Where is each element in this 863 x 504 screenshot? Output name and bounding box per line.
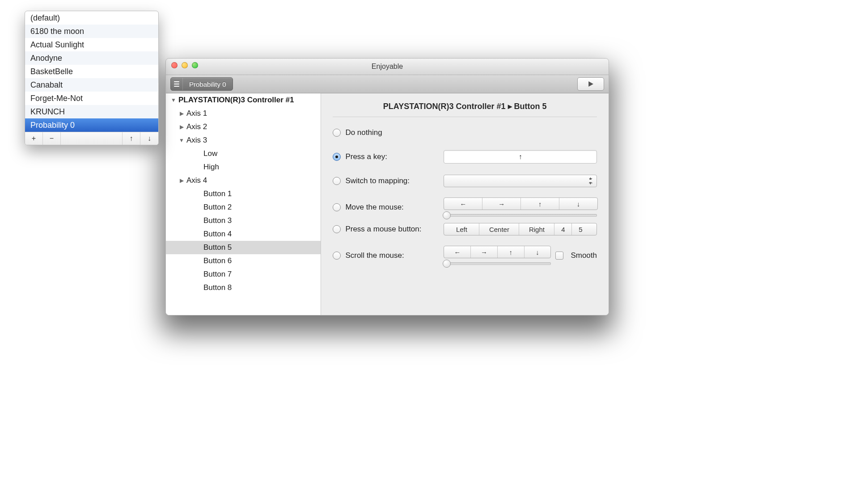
tree-row-label: Button 2 <box>203 203 232 212</box>
key-input[interactable]: ↑ <box>444 150 597 164</box>
segment[interactable]: 5 <box>572 223 589 235</box>
label-move-mouse: Move the mouse: <box>345 203 403 212</box>
mapping-list-item[interactable]: Canabalt <box>25 78 158 92</box>
tree-row[interactable]: Axis 1 <box>166 107 321 120</box>
disclosure-triangle-icon[interactable] <box>178 177 185 184</box>
close-window-button[interactable] <box>171 62 178 68</box>
segment[interactable]: ↓ <box>525 246 551 258</box>
disclosure-triangle-icon[interactable] <box>178 110 185 117</box>
controller-tree[interactable]: PLAYSTATION(R)3 Controller #1 Axis 1Axis… <box>166 93 321 315</box>
mappings-list[interactable]: (default)6180 the moonActual SunlightAno… <box>25 11 158 132</box>
key-input-value: ↑ <box>519 153 522 161</box>
tree-row-label: Button 8 <box>203 283 232 292</box>
label-press-key: Press a key: <box>345 152 387 161</box>
mapping-list-item[interactable]: Probability 0 <box>25 118 158 132</box>
app-window: Enjoyable Probability 0 PLAYSTATION(R)3 … <box>165 58 609 315</box>
mapping-list-item[interactable]: KRUNCH <box>25 105 158 118</box>
breadcrumb: PLAYSTATION(R)3 Controller #1 ▸ Button 5 <box>333 101 597 111</box>
toolbar: Probability 0 <box>166 75 609 93</box>
zoom-window-button[interactable] <box>192 62 198 68</box>
play-icon <box>588 81 593 87</box>
tree-row[interactable]: Button 8 <box>166 281 321 294</box>
play-button[interactable] <box>577 77 604 91</box>
tree-row[interactable]: Button 4 <box>166 227 321 241</box>
mapping-selector-label: Probability 0 <box>183 80 233 88</box>
smooth-checkbox[interactable] <box>555 252 563 260</box>
tree-row[interactable]: Button 2 <box>166 201 321 214</box>
segment[interactable]: Left <box>444 223 479 235</box>
disclosure-triangle-icon[interactable] <box>178 124 185 130</box>
tree-row[interactable]: Button 6 <box>166 254 321 268</box>
tree-row[interactable]: Button 3 <box>166 214 321 227</box>
tree-row-label: Button 6 <box>203 256 232 265</box>
segment[interactable]: ↑ <box>498 246 525 258</box>
tree-row-label: Low <box>203 149 217 158</box>
slider-thumb-icon[interactable] <box>443 211 451 219</box>
scroll-speed-slider[interactable] <box>444 260 551 265</box>
tree-row[interactable]: Button 1 <box>166 187 321 201</box>
mapping-list-item[interactable]: Anodyne <box>25 51 158 65</box>
titlebar: Enjoyable <box>166 59 609 75</box>
segment[interactable]: ← <box>444 246 471 258</box>
radio-move-mouse[interactable] <box>333 203 341 211</box>
tree-row-label: Axis 3 <box>186 136 207 145</box>
add-mapping-button[interactable]: + <box>25 132 43 145</box>
tree-row[interactable]: Low <box>166 147 321 160</box>
label-scroll-mouse: Scroll the mouse: <box>345 251 404 260</box>
tree-row-label: Button 5 <box>203 243 232 252</box>
label-switch-mapping: Switch to mapping: <box>345 176 410 185</box>
mapping-list-item[interactable]: (default) <box>25 11 158 25</box>
mapping-list-item[interactable]: BasketBelle <box>25 65 158 78</box>
mapping-combo[interactable] <box>444 175 597 187</box>
segment[interactable]: → <box>471 246 498 258</box>
tree-row-label: Button 7 <box>203 270 232 279</box>
move-down-button[interactable]: ↓ <box>140 132 158 145</box>
minimize-window-button[interactable] <box>182 62 188 68</box>
segment[interactable]: → <box>482 198 521 210</box>
move-speed-slider[interactable] <box>444 212 597 217</box>
divider <box>333 117 597 117</box>
segment[interactable]: Right <box>519 223 554 235</box>
tree-row[interactable]: Button 5 <box>166 241 321 254</box>
tree-row[interactable]: Axis 4 <box>166 174 321 187</box>
radio-scroll-mouse[interactable] <box>333 252 341 260</box>
radio-press-key[interactable] <box>333 153 341 161</box>
mappings-popover: (default)6180 the moonActual SunlightAno… <box>25 11 159 145</box>
arrow-down-icon: ↓ <box>148 134 151 143</box>
tree-row-label: Axis 2 <box>186 122 207 131</box>
tree-row[interactable]: Axis 2 <box>166 120 321 134</box>
tree-row[interactable]: Button 7 <box>166 268 321 281</box>
disclosure-triangle-icon[interactable] <box>170 97 177 103</box>
disclosure-triangle-icon[interactable] <box>178 137 185 143</box>
stepper-icon <box>588 176 594 185</box>
smooth-label: Smooth <box>571 251 597 260</box>
radio-switch-mapping[interactable] <box>333 177 341 185</box>
mapping-list-item[interactable]: Forget-Me-Not <box>25 92 158 105</box>
segment[interactable]: ↓ <box>559 198 597 210</box>
segment[interactable]: ↑ <box>521 198 559 210</box>
mapping-list-item[interactable]: Actual Sunlight <box>25 38 158 51</box>
tree-row[interactable]: High <box>166 160 321 174</box>
tree-controller-label: PLAYSTATION(R)3 Controller #1 <box>178 96 294 105</box>
move-direction-segmented[interactable]: ←→↑↓ <box>444 197 598 210</box>
move-up-button[interactable]: ↑ <box>123 132 140 145</box>
mapping-selector[interactable]: Probability 0 <box>170 77 233 91</box>
window-title: Enjoyable <box>372 63 403 71</box>
slider-thumb-icon[interactable] <box>443 260 451 268</box>
scroll-direction-segmented[interactable]: ←→↑↓ <box>444 246 551 258</box>
plus-icon: + <box>32 134 36 143</box>
mouse-button-segmented[interactable]: LeftCenterRight45 <box>444 223 597 235</box>
label-do-nothing: Do nothing <box>345 128 382 137</box>
segment[interactable]: 4 <box>554 223 572 235</box>
segment[interactable]: ← <box>444 198 482 210</box>
tree-controller-header[interactable]: PLAYSTATION(R)3 Controller #1 <box>166 93 321 107</box>
radio-do-nothing[interactable] <box>333 129 341 137</box>
segment[interactable]: Center <box>479 223 519 235</box>
tree-row-label: Button 3 <box>203 216 232 225</box>
tree-row[interactable]: Axis 3 <box>166 134 321 147</box>
list-icon <box>171 78 183 90</box>
action-panel: PLAYSTATION(R)3 Controller #1 ▸ Button 5… <box>321 93 609 315</box>
remove-mapping-button[interactable]: − <box>43 132 61 145</box>
radio-press-mouse[interactable] <box>333 225 341 233</box>
mapping-list-item[interactable]: 6180 the moon <box>25 25 158 38</box>
